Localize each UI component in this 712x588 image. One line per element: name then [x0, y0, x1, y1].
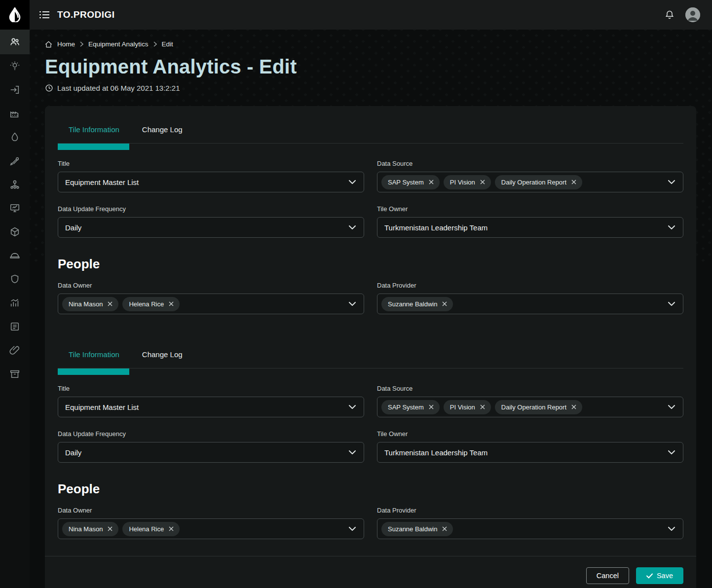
drop-logo-icon	[8, 7, 21, 22]
chip-close-icon[interactable]	[429, 180, 434, 184]
data-source-multiselect[interactable]: SAP System PI Vision Daily Operation Rep…	[377, 172, 683, 192]
sidebar-item-security[interactable]	[0, 267, 30, 291]
app-logo	[0, 0, 30, 30]
chevron-down-icon	[349, 180, 356, 184]
chevron-down-icon	[349, 450, 356, 454]
user-avatar[interactable]	[685, 7, 700, 22]
factory-icon	[9, 108, 20, 119]
chip-close-icon[interactable]	[169, 526, 174, 531]
chip-pi-vision: PI Vision	[444, 400, 491, 414]
app-title: TO.PRODIGI	[57, 9, 115, 20]
chip-close-icon[interactable]	[429, 404, 434, 409]
chip-close-icon[interactable]	[480, 180, 485, 184]
chip-daily-operation-report: Daily Operation Report	[495, 400, 582, 414]
sidebar-item-reports[interactable]	[0, 315, 30, 338]
chip-close-icon[interactable]	[571, 404, 576, 409]
data-owner-multiselect[interactable]: Nina Mason Helena Rice	[58, 518, 364, 539]
sidebar	[0, 30, 30, 588]
chip-close-icon[interactable]	[169, 301, 174, 306]
sidebar-item-process[interactable]	[0, 173, 30, 196]
data-provider-label: Data Provider	[377, 507, 683, 514]
breadcrumb-equipment-analytics[interactable]: Equipment Analytics	[88, 40, 149, 48]
chevron-down-icon	[349, 225, 356, 229]
chip-close-icon[interactable]	[571, 180, 576, 184]
breadcrumb-edit: Edit	[162, 40, 173, 48]
process-tree-icon	[9, 179, 20, 190]
chip-helena-rice: Helena Rice	[122, 297, 180, 311]
data-provider-field-group: Data Provider Suzanne Baldwin	[377, 507, 683, 539]
chip-close-icon[interactable]	[442, 526, 447, 531]
chip-sap-system: SAP System	[381, 175, 440, 189]
edit-card: Tile Information Change Log Title Equipm…	[45, 106, 696, 588]
sidebar-item-materials[interactable]	[0, 220, 30, 244]
breadcrumb-home[interactable]: Home	[57, 40, 75, 48]
cancel-button[interactable]: Cancel	[586, 567, 629, 584]
frequency-select[interactable]: Daily	[58, 442, 364, 463]
tab-change-log[interactable]: Change Log	[131, 348, 193, 361]
title-label: Title	[58, 160, 364, 167]
home-icon	[45, 41, 52, 48]
title-label: Title	[58, 385, 364, 392]
check-icon	[646, 573, 653, 579]
presentation-chart-icon	[9, 203, 20, 214]
tile-owner-field-group: Tile Owner Turkmenistan Leadership Team	[377, 430, 683, 463]
chip-suzanne-baldwin: Suzanne Baldwin	[381, 522, 453, 536]
frequency-select[interactable]: Daily	[58, 217, 364, 238]
chip-nina-mason: Nina Mason	[62, 297, 118, 311]
sidebar-item-people[interactable]	[0, 30, 30, 54]
sidebar-item-archive[interactable]	[0, 362, 30, 386]
sidebar-item-fluids[interactable]	[0, 125, 30, 149]
active-tab-indicator	[58, 144, 129, 150]
chip-close-icon[interactable]	[108, 526, 112, 531]
title-select-value: Equipment Master List	[65, 403, 139, 411]
data-provider-multiselect[interactable]: Suzanne Baldwin	[377, 294, 683, 314]
chevron-down-icon	[668, 180, 675, 184]
chevron-down-icon	[349, 405, 356, 409]
data-source-multiselect[interactable]: SAP System PI Vision Daily Operation Rep…	[377, 397, 683, 417]
data-source-field-group: Data Source SAP System PI Vision Daily O…	[377, 385, 683, 417]
chevron-down-icon	[668, 527, 675, 531]
sidebar-item-monitoring[interactable]	[0, 196, 30, 220]
chip-close-icon[interactable]	[480, 404, 485, 409]
breadcrumb: Home Equipment Analytics Edit	[45, 40, 696, 48]
data-provider-label: Data Provider	[377, 282, 683, 289]
sidebar-item-plant[interactable]	[0, 102, 30, 125]
chip-nina-mason: Nina Mason	[62, 522, 118, 536]
data-source-label: Data Source	[377, 160, 683, 167]
tab-change-log[interactable]: Change Log	[131, 123, 193, 136]
sidebar-item-safety[interactable]	[0, 244, 30, 267]
sidebar-item-attachments[interactable]	[0, 338, 30, 362]
sidebar-item-operations[interactable]	[0, 78, 30, 102]
people-heading: People	[58, 481, 683, 497]
save-button[interactable]: Save	[636, 567, 683, 584]
title-field-group: Title Equipment Master List	[58, 385, 364, 417]
data-owner-label: Data Owner	[58, 282, 364, 289]
sidebar-item-analytics[interactable]	[0, 291, 30, 315]
frequency-label: Data Update Frequency	[58, 430, 364, 438]
sidebar-item-innovation[interactable]	[0, 54, 30, 78]
tab-tile-information[interactable]: Tile Information	[58, 123, 130, 136]
sidebar-item-maintenance[interactable]	[0, 149, 30, 173]
data-owner-multiselect[interactable]: Nina Mason Helena Rice	[58, 294, 364, 314]
frequency-select-value: Daily	[65, 223, 81, 232]
tabs: Tile Information Change Log	[58, 123, 683, 136]
data-owner-label: Data Owner	[58, 507, 364, 514]
title-select[interactable]: Equipment Master List	[58, 397, 364, 417]
tile-form-section: Tile Information Change Log Title Equipm…	[45, 331, 696, 556]
chip-close-icon[interactable]	[442, 301, 447, 306]
tile-owner-select[interactable]: Turkmenistan Leadership Team	[377, 217, 683, 238]
tile-form-section: Tile Information Change Log Title Equipm…	[45, 106, 696, 331]
export-box-icon	[9, 84, 20, 95]
data-provider-multiselect[interactable]: Suzanne Baldwin	[377, 518, 683, 539]
menu-icon[interactable]	[39, 11, 49, 19]
hard-hat-icon	[9, 250, 20, 261]
people-heading: People	[58, 257, 683, 272]
tab-tile-information[interactable]: Tile Information	[58, 348, 130, 361]
tile-owner-field-group: Tile Owner Turkmenistan Leadership Team	[377, 205, 683, 238]
title-select-value: Equipment Master List	[65, 178, 139, 186]
chevron-right-icon	[153, 41, 157, 47]
chip-close-icon[interactable]	[108, 301, 112, 306]
notifications-bell-icon[interactable]	[665, 9, 675, 20]
tile-owner-select[interactable]: Turkmenistan Leadership Team	[377, 442, 683, 463]
title-select[interactable]: Equipment Master List	[58, 172, 364, 192]
